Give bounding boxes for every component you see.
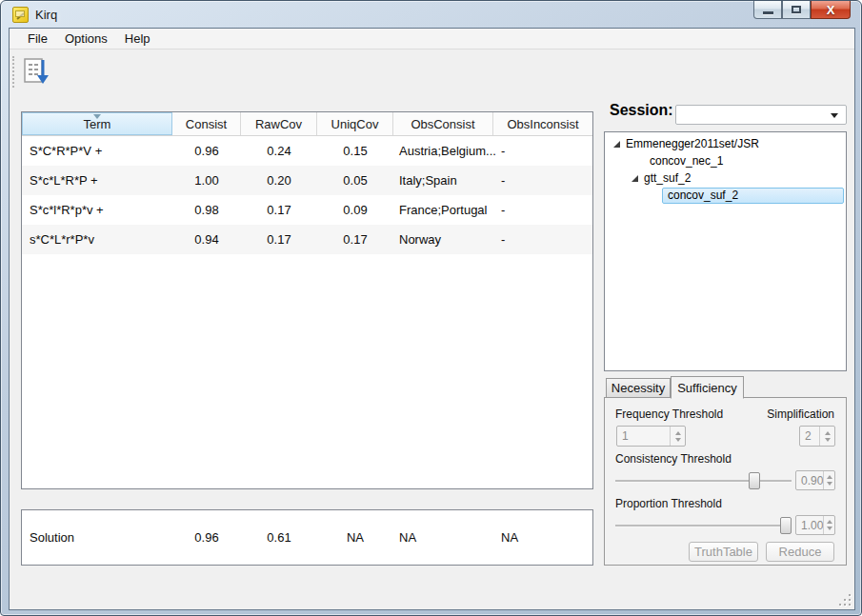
table-row[interactable]: s*C*L*r*P*v 0.94 0.17 0.17 Norway - [22, 225, 592, 254]
column-header-obsinconsist[interactable]: ObsInconsist [493, 112, 592, 135]
frequency-threshold-spinner[interactable]: 1 [616, 426, 686, 447]
chevron-down-icon [831, 113, 838, 118]
selected-tree-item: concov_suf_2 [662, 188, 844, 204]
maximize-icon [792, 6, 801, 13]
column-header-consist[interactable]: Consist [172, 112, 241, 135]
table-row[interactable]: S*C*R*P*V + 0.96 0.24 0.15 Austria;Belgi… [22, 136, 592, 166]
consistency-threshold-slider[interactable] [615, 472, 792, 489]
slider-handle[interactable] [780, 517, 792, 534]
consistency-threshold-spinner[interactable]: 0.90 [795, 470, 835, 490]
close-button[interactable]: X [811, 1, 851, 19]
client-area: File Options Help [9, 28, 855, 610]
sort-indicator-icon [93, 114, 101, 119]
solution-label: Solution [22, 530, 172, 545]
solution-panel: Solution 0.96 0.61 NA NA NA [21, 509, 593, 566]
column-header-obsconsist[interactable]: ObsConsist [393, 112, 493, 135]
toolbar-drag-handle[interactable] [12, 56, 15, 88]
consistency-threshold-label: Consistency Threshold [615, 452, 732, 466]
column-header-uniqcov[interactable]: UniqCov [317, 112, 393, 135]
resize-grip[interactable] [838, 593, 851, 606]
tab-sufficiency[interactable]: Sufficiency [671, 376, 744, 399]
frequency-threshold-label: Frequency Threshold [615, 407, 723, 421]
import-data-icon [23, 57, 50, 86]
minimize-button[interactable] [753, 1, 782, 19]
menu-file[interactable]: File [19, 30, 56, 48]
minimize-icon [763, 11, 773, 14]
slider-groove [615, 525, 792, 527]
table-row[interactable]: S*c*l*R*p*v + 0.98 0.17 0.09 France;Port… [22, 195, 592, 225]
expander-icon[interactable] [631, 175, 638, 182]
proportion-threshold-spinner[interactable]: 1.00 [795, 515, 835, 535]
import-data-button[interactable] [21, 55, 51, 88]
toolbar [10, 50, 854, 93]
title-bar[interactable]: Kirq [1, 1, 861, 28]
solution-rawcov: 0.61 [241, 530, 317, 545]
window-controls: X [753, 1, 851, 19]
menu-bar: File Options Help [10, 29, 854, 50]
slider-handle[interactable] [749, 472, 760, 489]
column-header-rawcov[interactable]: RawCov [241, 112, 317, 135]
simplification-spinner[interactable]: 2 [799, 426, 835, 447]
kirq-window: Kirq X File Options Help [0, 0, 862, 616]
proportion-threshold-slider[interactable] [615, 517, 792, 534]
spinner-arrows-icon[interactable] [670, 427, 685, 446]
results-table: Term Consist RawCov UniqCov ObsConsist O… [21, 111, 593, 489]
tree-item-gtt-suf-2[interactable]: gtt_suf_2 [605, 169, 846, 187]
solution-consist: 0.96 [172, 530, 241, 545]
tree-item-concov-suf-2[interactable]: concov_suf_2 [605, 187, 846, 204]
proportion-threshold-label: Proportion Threshold [615, 497, 722, 510]
expander-icon[interactable] [613, 141, 620, 148]
close-icon: X [827, 4, 835, 16]
session-tree: Emmenegger2011set/JSR concov_nec_1 gtt_s… [604, 131, 847, 371]
spinner-arrows-icon[interactable] [823, 516, 834, 534]
spinner-arrows-icon[interactable] [823, 471, 834, 489]
tree-item-concov-nec-1[interactable]: concov_nec_1 [605, 152, 846, 169]
solution-obsinconsist: NA [493, 530, 592, 545]
simplification-label: Simplification [767, 407, 834, 421]
results-table-header: Term Consist RawCov UniqCov ObsConsist O… [22, 112, 592, 136]
slider-groove [615, 480, 792, 482]
results-table-body: S*C*R*P*V + 0.96 0.24 0.15 Austria;Belgi… [22, 136, 592, 254]
session-combobox[interactable] [675, 105, 847, 125]
truthtable-button[interactable]: TruthTable [689, 542, 758, 562]
solution-uniqcov: NA [317, 530, 393, 545]
kirq-app-icon [12, 7, 29, 23]
tab-necessity[interactable]: Necessity [606, 378, 671, 398]
reduce-button[interactable]: Reduce [766, 542, 834, 562]
session-label: Session: [610, 102, 673, 119]
window-title: Kirq [35, 8, 57, 22]
solution-obsconsist: NA [393, 530, 493, 545]
spinner-arrows-icon[interactable] [819, 427, 834, 446]
menu-options[interactable]: Options [56, 30, 116, 48]
maximize-button[interactable] [782, 1, 811, 19]
table-row[interactable]: S*c*L*R*P + 1.00 0.20 0.05 Italy;Spain - [22, 166, 592, 195]
session-combobox-value [676, 109, 681, 122]
column-header-term[interactable]: Term [22, 112, 172, 135]
solution-row: Solution 0.96 0.61 NA NA NA [22, 510, 592, 565]
tree-item-emmenegger[interactable]: Emmenegger2011set/JSR [605, 135, 846, 152]
menu-help[interactable]: Help [116, 30, 159, 48]
sufficiency-panel: Frequency Threshold Simplification 1 2 C… [604, 397, 847, 566]
